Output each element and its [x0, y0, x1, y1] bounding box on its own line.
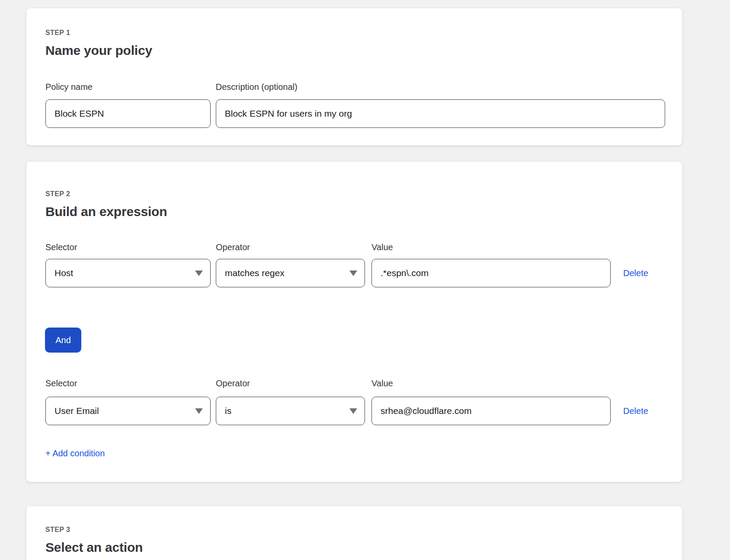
operator-dropdown[interactable]: is [216, 397, 365, 425]
condition-row-1: Host matches regex Delete [45, 259, 665, 287]
selector-dropdown-value: User Email [54, 406, 99, 416]
policy-name-label: Policy name [45, 81, 211, 92]
caret-down-icon [349, 408, 357, 414]
caret-down-icon [349, 270, 357, 276]
step1-title: Name your policy [45, 43, 665, 58]
operator-dropdown[interactable]: matches regex [216, 259, 365, 287]
step2-eyebrow: STEP 2 [45, 190, 665, 197]
step1-eyebrow: STEP 1 [45, 29, 665, 36]
operator-label: Operator [216, 242, 365, 253]
caret-down-icon [195, 408, 203, 414]
value-label: Value [371, 242, 611, 253]
and-button[interactable]: And [45, 328, 81, 353]
add-condition-link[interactable]: + Add condition [45, 449, 105, 458]
condition-2-labels: Selector Operator Value [45, 378, 665, 389]
delete-condition-link[interactable]: Delete [623, 268, 648, 278]
selector-label: Selector [45, 378, 211, 389]
operator-dropdown-value: matches regex [225, 268, 285, 278]
step3-title: Select an action [45, 540, 665, 555]
value-input[interactable] [371, 259, 611, 287]
condition-1-labels: Selector Operator Value [45, 242, 665, 253]
operator-label: Operator [216, 378, 365, 389]
policy-name-input[interactable] [45, 99, 211, 128]
step2-card: STEP 2 Build an expression Selector Oper… [26, 161, 682, 482]
condition-row-2: User Email is Delete [45, 397, 665, 425]
step2-title: Build an expression [45, 204, 665, 219]
selector-dropdown[interactable]: User Email [45, 397, 211, 425]
description-input[interactable] [216, 99, 665, 128]
selector-dropdown-value: Host [54, 268, 73, 278]
value-input[interactable] [371, 397, 611, 425]
selector-label: Selector [45, 242, 211, 253]
description-label: Description (optional) [216, 81, 665, 92]
step3-card: STEP 3 Select an action [26, 506, 682, 560]
operator-dropdown-value: is [225, 406, 231, 416]
caret-down-icon [195, 270, 203, 276]
delete-condition-link[interactable]: Delete [623, 406, 648, 416]
step3-eyebrow: STEP 3 [45, 526, 665, 533]
selector-dropdown[interactable]: Host [45, 259, 211, 287]
step1-card: STEP 1 Name your policy Policy name Desc… [26, 8, 682, 146]
value-label: Value [371, 378, 611, 389]
